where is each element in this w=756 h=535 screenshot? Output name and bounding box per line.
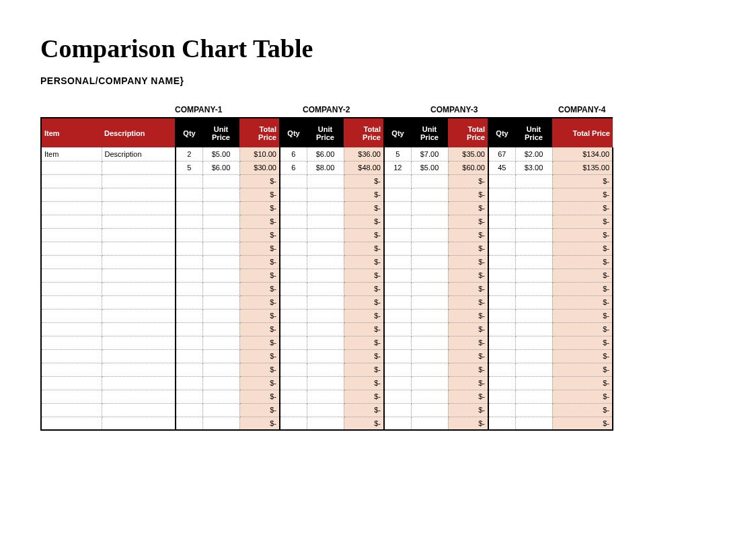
- cell: $-: [239, 336, 280, 349]
- cell: [515, 349, 552, 363]
- cell: $-: [552, 188, 613, 201]
- cell: [280, 349, 307, 363]
- table-row: $-$-$-$-: [41, 188, 613, 201]
- cell: $-: [552, 309, 613, 322]
- cell: [307, 215, 344, 228]
- cell: [411, 336, 448, 349]
- cell: [307, 174, 344, 188]
- cell: [488, 201, 515, 215]
- cell: [488, 228, 515, 242]
- cell: [176, 295, 202, 309]
- cell: [102, 269, 176, 282]
- cell: 67: [488, 147, 515, 161]
- cell: $-: [448, 255, 488, 269]
- cell: [280, 174, 307, 188]
- cell: $35.00: [448, 147, 488, 161]
- cell: [384, 376, 411, 390]
- cell: [488, 295, 515, 309]
- cell: $135.00: [552, 161, 613, 174]
- cell: [411, 322, 448, 336]
- cell: [411, 403, 448, 417]
- cell: [41, 349, 102, 363]
- header-c4-total: Total Price: [552, 118, 613, 147]
- cell: [280, 403, 307, 417]
- cell: [515, 188, 552, 201]
- cell: [102, 417, 176, 430]
- cell: [102, 322, 176, 336]
- cell: $-: [448, 188, 488, 201]
- cell: [102, 215, 176, 228]
- cell: $-: [239, 322, 280, 336]
- cell: $-: [552, 174, 613, 188]
- cell: [307, 417, 344, 430]
- cell: [411, 188, 448, 201]
- table-row: $-$-$-$-: [41, 242, 613, 255]
- cell: [176, 363, 202, 376]
- header-c3-unit: Unit Price: [411, 118, 448, 147]
- cell: [515, 269, 552, 282]
- cell: $-: [239, 174, 280, 188]
- cell: $-: [239, 201, 280, 215]
- company-labels-row: COMPANY-1 COMPANY-2 COMPANY-3 COMPANY-4: [40, 105, 716, 117]
- cell: [102, 309, 176, 322]
- header-c1-unit: Unit Price: [202, 118, 239, 147]
- cell: [176, 215, 202, 228]
- cell: $-: [552, 363, 613, 376]
- cell: 45: [488, 161, 515, 174]
- cell: [280, 269, 307, 282]
- header-c2-unit: Unit Price: [307, 118, 344, 147]
- cell: $-: [344, 242, 384, 255]
- cell: [41, 215, 102, 228]
- cell: [280, 309, 307, 322]
- cell: $-: [448, 242, 488, 255]
- cell: [411, 349, 448, 363]
- cell: [515, 417, 552, 430]
- cell: [307, 363, 344, 376]
- cell: [384, 336, 411, 349]
- cell: [41, 376, 102, 390]
- cell: Item: [41, 147, 102, 161]
- cell: [102, 242, 176, 255]
- cell: [176, 403, 202, 417]
- cell: [176, 390, 202, 403]
- cell: $30.00: [239, 161, 280, 174]
- table-row: $-$-$-$-: [41, 228, 613, 242]
- cell: [41, 242, 102, 255]
- cell: [280, 336, 307, 349]
- cell: $7.00: [411, 147, 448, 161]
- cell: $8.00: [307, 161, 344, 174]
- cell: [202, 282, 239, 295]
- cell: [384, 282, 411, 295]
- cell: $-: [448, 201, 488, 215]
- cell: [41, 322, 102, 336]
- cell: [202, 376, 239, 390]
- cell: [488, 255, 515, 269]
- cell: [41, 309, 102, 322]
- cell: [41, 403, 102, 417]
- cell: $-: [344, 174, 384, 188]
- cell: [202, 417, 239, 430]
- cell: $-: [344, 228, 384, 242]
- cell: [176, 309, 202, 322]
- cell: [384, 322, 411, 336]
- table-row: $-$-$-$-: [41, 295, 613, 309]
- cell: [411, 417, 448, 430]
- cell: [280, 255, 307, 269]
- cell: [488, 376, 515, 390]
- cell: [280, 295, 307, 309]
- cell: [102, 349, 176, 363]
- cell: [488, 188, 515, 201]
- cell: [102, 161, 176, 174]
- table-header-row: Item Description Qty Unit Price Total Pr…: [41, 118, 613, 147]
- cell: [176, 282, 202, 295]
- cell: $48.00: [344, 161, 384, 174]
- cell: [515, 403, 552, 417]
- cell: [202, 269, 239, 282]
- cell: [384, 174, 411, 188]
- cell: $-: [344, 215, 384, 228]
- cell: $-: [448, 269, 488, 282]
- company-1-label: COMPANY-1: [175, 105, 279, 117]
- cell: [102, 255, 176, 269]
- cell: $-: [552, 295, 613, 309]
- cell: [488, 215, 515, 228]
